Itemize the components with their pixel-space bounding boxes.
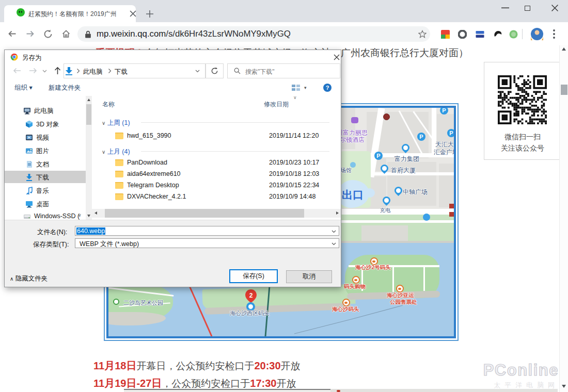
svg-text:2: 2: [249, 292, 253, 299]
